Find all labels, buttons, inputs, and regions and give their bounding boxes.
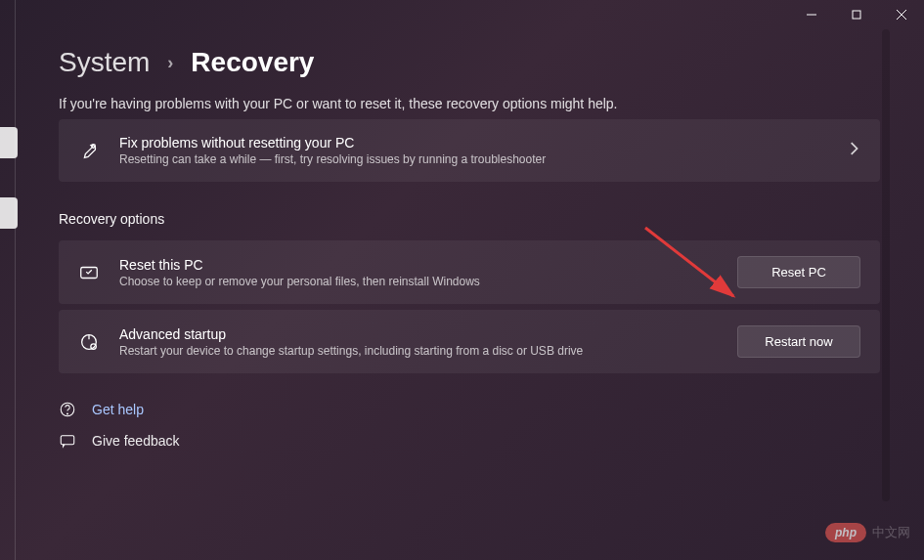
section-header: Recovery options — [59, 211, 880, 227]
breadcrumb: System › Recovery — [59, 47, 880, 78]
chevron-right-icon: › — [167, 53, 173, 73]
page-subtitle: If you're having problems with your PC o… — [59, 96, 880, 111]
close-button[interactable] — [879, 0, 924, 29]
watermark-text: 中文网 — [872, 524, 910, 541]
give-feedback-label: Give feedback — [92, 433, 180, 449]
minimize-button[interactable] — [789, 0, 834, 29]
maximize-button[interactable] — [834, 0, 879, 29]
advanced-startup-card: Advanced startup Restart your device to … — [59, 310, 880, 373]
svg-rect-10 — [61, 436, 74, 445]
troubleshoot-desc: Resetting can take a while — first, try … — [119, 152, 827, 166]
watermark: php 中文网 — [825, 523, 910, 542]
sidebar-tab[interactable] — [0, 127, 18, 158]
breadcrumb-parent[interactable]: System — [59, 47, 150, 78]
chevron-right-icon — [847, 142, 860, 159]
svg-rect-1 — [853, 11, 860, 19]
advanced-desc: Restart your device to change startup se… — [119, 344, 718, 358]
scrollbar[interactable] — [882, 29, 890, 501]
get-help-label: Get help — [92, 402, 144, 417]
help-icon — [59, 401, 76, 418]
reset-icon — [78, 262, 100, 283]
reset-desc: Choose to keep or remove your personal f… — [119, 275, 718, 288]
reset-title: Reset this PC — [119, 257, 718, 273]
power-gear-icon — [78, 331, 100, 353]
page-title: Recovery — [191, 47, 314, 78]
watermark-badge: php — [825, 523, 866, 542]
svg-point-9 — [67, 413, 68, 414]
give-feedback-link[interactable]: Give feedback — [59, 432, 880, 450]
wrench-icon — [78, 140, 100, 161]
advanced-title: Advanced startup — [119, 326, 718, 342]
reset-pc-button[interactable]: Reset PC — [737, 256, 860, 288]
get-help-link[interactable]: Get help — [59, 401, 880, 418]
window-divider — [15, 0, 16, 560]
troubleshoot-card[interactable]: Fix problems without resetting your PC R… — [59, 119, 880, 182]
feedback-icon — [59, 432, 76, 450]
restart-now-button[interactable]: Restart now — [737, 325, 860, 358]
reset-pc-card: Reset this PC Choose to keep or remove y… — [59, 240, 880, 304]
sidebar-tab[interactable] — [0, 197, 18, 229]
troubleshoot-title: Fix problems without resetting your PC — [119, 135, 827, 151]
